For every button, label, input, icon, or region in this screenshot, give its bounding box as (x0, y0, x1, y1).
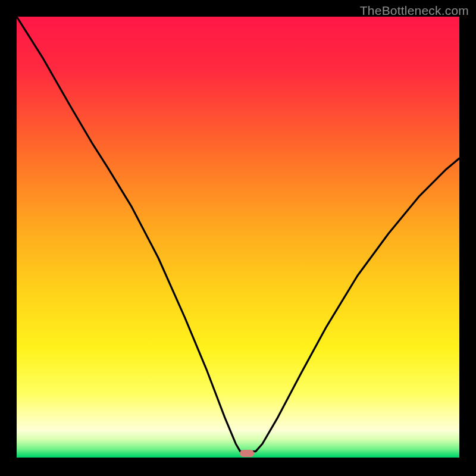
watermark-text: TheBottleneck.com (360, 4, 469, 18)
bottleneck-curve (17, 17, 459, 459)
plot-area (17, 17, 459, 459)
frame: TheBottleneck.com (0, 0, 476, 476)
baseline (17, 458, 459, 459)
min-marker (240, 450, 254, 457)
